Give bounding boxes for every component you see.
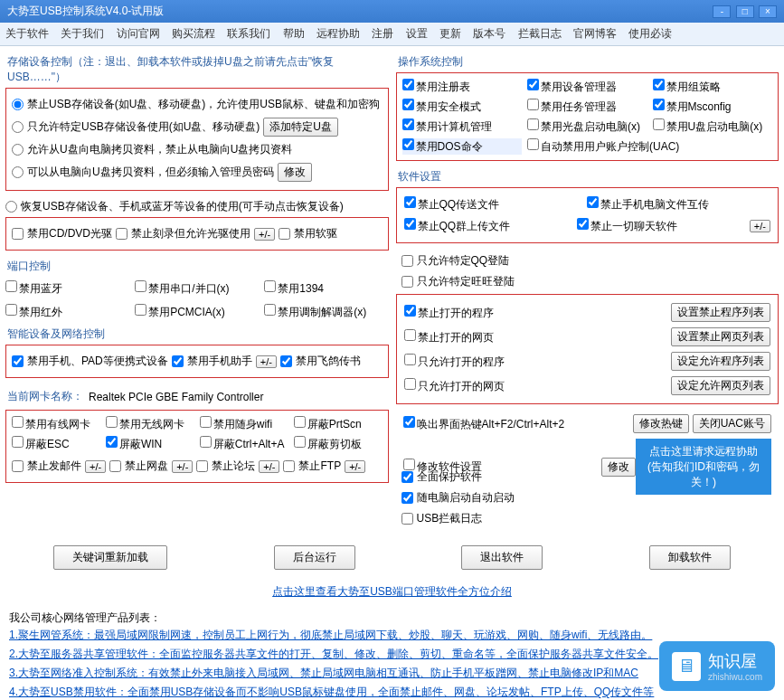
cb-clipboard[interactable]: 屏蔽剪切板 — [294, 436, 383, 452]
cb-autostart[interactable]: 随电脑启动自动启动 — [401, 490, 515, 506]
menu-about-sw[interactable]: 关于软件 — [5, 27, 49, 40]
cb-registry[interactable]: 禁用注册表 — [402, 79, 523, 95]
btn-allow-web[interactable]: 设定允许网页列表 — [671, 376, 770, 395]
cb-ir[interactable]: 禁用红外 — [5, 304, 129, 320]
cb-email[interactable]: 禁止发邮件 — [12, 459, 81, 474]
cb-netdisk[interactable]: 禁止网盘 — [109, 459, 168, 474]
cb-hotkey[interactable]: 唤出界面热键Alt+F2/Ctrl+Alt+2 — [403, 416, 634, 432]
menu-about-us[interactable]: 关于我们 — [61, 27, 104, 40]
cb-usblog[interactable]: USB拦截日志 — [401, 511, 483, 526]
btn-block-prog[interactable]: 设置禁止程序列表 — [671, 303, 770, 322]
pm-button-1[interactable]: +/- — [254, 228, 275, 241]
btn-mod-hotkey[interactable]: 修改热键 — [633, 414, 689, 433]
btn-uninstall[interactable]: 卸载软件 — [649, 545, 731, 570]
cb-ww-only[interactable]: 只允许特定旺旺登陆 — [401, 274, 515, 289]
radio-copy-to-usb[interactable]: 可以从电脑向U盘拷贝资料，但必须输入管理员密码 — [12, 165, 274, 180]
cb-phone-pad[interactable]: 禁用手机、PAD等便携式设备 — [12, 354, 168, 369]
btn-mod-sw[interactable]: 修改 — [601, 458, 636, 477]
cb-disable-cd[interactable]: 禁用CD/DVD光驱 — [12, 226, 112, 241]
close-icon[interactable]: × — [759, 5, 777, 18]
cb-all-chat[interactable]: 禁止一切聊天软件 — [577, 218, 746, 234]
menu-update[interactable]: 更新 — [439, 27, 461, 40]
minimize-icon[interactable]: - — [713, 5, 731, 18]
maximize-icon[interactable]: □ — [736, 5, 754, 18]
modify-pwd-button[interactable]: 修改 — [278, 163, 312, 182]
menu-help[interactable]: 帮助 — [283, 27, 305, 40]
cb-block-web[interactable]: 禁止打开的网页 — [404, 329, 672, 345]
add-usb-button[interactable]: 添加特定U盘 — [263, 118, 338, 137]
menu-settings[interactable]: 设置 — [406, 27, 428, 40]
cb-msconfig[interactable]: 禁用Msconfig — [653, 99, 773, 115]
pm-button-2[interactable]: +/- — [256, 355, 277, 368]
menu-blog[interactable]: 官网博客 — [573, 27, 617, 40]
cb-modem[interactable]: 禁用调制解调器(x) — [264, 304, 388, 320]
cb-ctrlalta[interactable]: 屏蔽Ctrl+Alt+A — [200, 436, 288, 452]
cb-taskmgr[interactable]: 禁用任务管理器 — [527, 99, 647, 115]
cb-ftp[interactable]: 禁止FTP — [283, 459, 341, 474]
menu-remote[interactable]: 远程协助 — [316, 27, 360, 40]
cb-wifi[interactable]: 禁用随身wifi — [200, 416, 288, 432]
cb-esc[interactable]: 屏蔽ESC — [12, 436, 100, 452]
btn-allow-prog[interactable]: 设定允许程序列表 — [671, 352, 770, 371]
cb-disable-burn[interactable]: 禁止刻录但允许光驱使用 — [116, 226, 250, 241]
cb-phone-helper[interactable]: 禁用手机助手 — [172, 354, 252, 369]
cb-protect[interactable]: 全面保护软件 — [401, 469, 482, 485]
titlebar: 大势至USB控制系统V4.0-试用版 - □ × — [0, 0, 784, 23]
cb-usbboot[interactable]: 禁用U盘启动电脑(x) — [653, 118, 773, 135]
pm-btn-netdisk[interactable]: +/- — [172, 460, 193, 473]
logo-corner[interactable]: 🖥 知识屋zhishiwu.com — [659, 641, 775, 691]
btn-block-web[interactable]: 设置禁止网页列表 — [671, 327, 770, 346]
cb-qq-only[interactable]: 只允许特定QQ登陆 — [401, 253, 510, 269]
smart-label: 智能设备及网络控制 — [5, 324, 389, 345]
menu-contact[interactable]: 联系我们 — [227, 27, 270, 40]
cb-allow-prog[interactable]: 只允许打开的程序 — [404, 354, 672, 370]
cb-bluetooth[interactable]: 禁用蓝牙 — [5, 280, 129, 297]
radio-disable-usb[interactable]: 禁止USB存储设备(如U盘、移动硬盘)，允许使用USB鼠标、键盘和加密狗 — [12, 97, 380, 112]
pm-btn-ftp[interactable]: +/- — [345, 460, 365, 473]
cb-compmgmt[interactable]: 禁用计算机管理 — [402, 118, 523, 135]
cb-qq-file[interactable]: 禁止QQ传送文件 — [404, 196, 584, 213]
cb-feige[interactable]: 禁用飞鸽传书 — [280, 354, 361, 369]
cb-cdboot[interactable]: 禁用光盘启动电脑(x) — [527, 118, 647, 135]
cb-uac[interactable]: 自动禁用用户账户控制(UAC) — [527, 138, 772, 155]
cb-disable-floppy[interactable]: 禁用软驱 — [279, 226, 337, 241]
cb-phone-pc[interactable]: 禁止手机电脑文件互传 — [587, 196, 767, 213]
btn-close-uac[interactable]: 关闭UAC账号 — [693, 414, 771, 433]
btn-exit[interactable]: 退出软件 — [461, 545, 543, 570]
radio-allow-specific[interactable]: 只允许特定USB存储设备使用(如U盘、移动硬盘) — [12, 119, 260, 135]
cb-prtscn[interactable]: 屏蔽PrtScn — [294, 416, 383, 432]
link-1[interactable]: 1.聚生网管系统：最强局域网限制网速，控制员工上网行为，彻底禁止局域网下载、炒股… — [9, 626, 775, 645]
cb-safemode[interactable]: 禁用安全模式 — [402, 99, 523, 115]
btn-reload[interactable]: 关键词重新加载 — [53, 545, 167, 570]
radio-restore-usb[interactable]: 恢复USB存储设备、手机或蓝牙等设备的使用(可手动点击恢复设备) — [5, 199, 344, 214]
cb-dos[interactable]: 禁用DOS命令 — [402, 138, 523, 155]
cb-allow-web[interactable]: 只允许打开的网页 — [404, 378, 672, 394]
footer-buttons: 关键词重新加载 后台运行 退出软件 卸载软件 — [0, 536, 784, 579]
links-label: 我公司核心网络管理产品列表： — [9, 610, 775, 626]
pm-btn-chat[interactable]: +/- — [750, 220, 770, 232]
cb-wireless[interactable]: 禁用无线网卡 — [106, 416, 194, 432]
pm-btn-email[interactable]: +/- — [85, 460, 106, 473]
menu-purchase[interactable]: 购买流程 — [172, 27, 215, 40]
radio-copy-from-usb[interactable]: 允许从U盘向电脑拷贝资料，禁止从电脑向U盘拷贝资料 — [12, 142, 292, 157]
menu-website[interactable]: 访问官网 — [117, 27, 160, 40]
cb-gpedit[interactable]: 禁用组策略 — [653, 79, 773, 95]
menu-log[interactable]: 拦截日志 — [518, 27, 562, 40]
menu-readme[interactable]: 使用必读 — [628, 27, 672, 40]
cb-qq-group[interactable]: 禁止QQ群上传文件 — [404, 218, 573, 234]
cb-win[interactable]: 屏蔽WIN — [106, 436, 194, 452]
monitor-icon: 🖥 — [672, 652, 701, 681]
cb-devmgr[interactable]: 禁用设备管理器 — [527, 79, 647, 95]
remote-banner[interactable]: 点击这里请求远程协助(告知我们ID和密码，勿关！) — [636, 439, 771, 495]
menu-version[interactable]: 版本号 — [473, 27, 505, 40]
link-center[interactable]: 点击这里查看大势至USB端口管理软件全方位介绍 — [272, 585, 512, 598]
cb-serial[interactable]: 禁用串口/并口(x) — [135, 280, 259, 297]
pm-btn-forum[interactable]: +/- — [259, 460, 279, 473]
cb-wired[interactable]: 禁用有线网卡 — [12, 416, 100, 432]
cb-block-prog[interactable]: 禁止打开的程序 — [404, 305, 672, 321]
cb-forum[interactable]: 禁止论坛 — [196, 459, 255, 474]
cb-pcmcia[interactable]: 禁用PCMCIA(x) — [135, 304, 259, 320]
cb-1394[interactable]: 禁用1394 — [264, 280, 388, 297]
btn-background[interactable]: 后台运行 — [274, 545, 355, 570]
menu-register[interactable]: 注册 — [372, 27, 393, 40]
